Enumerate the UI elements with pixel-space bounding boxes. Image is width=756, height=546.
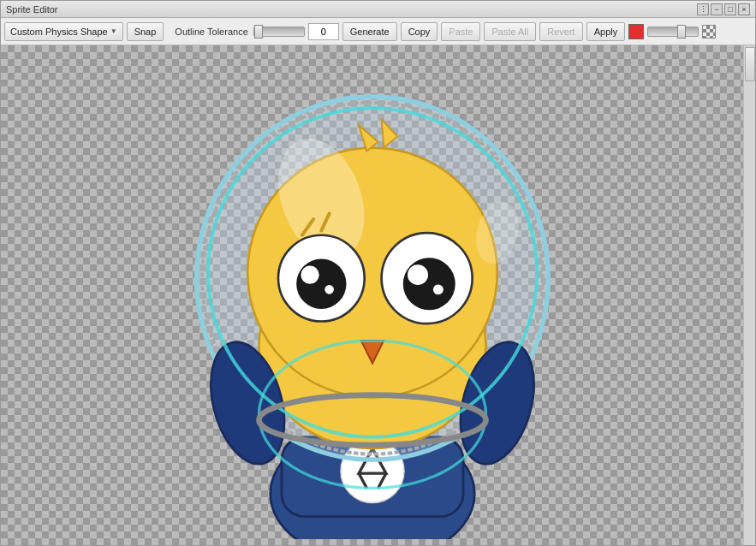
generate-label: Generate <box>350 27 390 37</box>
tolerance-slider[interactable] <box>253 27 305 37</box>
settings-icon-btn[interactable]: ⋮ <box>697 3 709 15</box>
mode-dropdown[interactable]: Custom Physics Shape ▼ <box>4 22 123 41</box>
alpha-slider-container <box>647 27 699 37</box>
svg-point-21 <box>432 284 443 294</box>
paste-button[interactable]: Paste <box>441 22 480 41</box>
minimize-btn[interactable]: − <box>711 3 723 15</box>
toolbar: Custom Physics Shape ▼ Snap Outline Tole… <box>1 18 755 45</box>
minimize-icon: − <box>714 5 718 14</box>
three-dots-icon: ⋮ <box>699 5 707 14</box>
scrollbar-thumb[interactable] <box>745 47 755 81</box>
tolerance-slider-container <box>253 27 305 37</box>
apply-label: Apply <box>594 27 618 37</box>
main-content <box>1 45 755 545</box>
close-btn[interactable]: × <box>738 3 750 15</box>
mode-label: Custom Physics Shape <box>10 27 108 37</box>
svg-point-19 <box>402 258 455 310</box>
copy-label: Copy <box>408 27 431 37</box>
revert-button[interactable]: Revert <box>539 22 582 41</box>
title-bar-left: Sprite Editor <box>6 4 58 15</box>
tolerance-value-input[interactable] <box>308 23 339 40</box>
restore-icon: □ <box>728 5 732 14</box>
alpha-slider[interactable] <box>647 27 699 37</box>
paste-label: Paste <box>449 27 473 37</box>
outline-tolerance-label: Outline Tolerance <box>173 27 249 37</box>
snap-button[interactable]: Snap <box>127 22 164 41</box>
title-bar: Sprite Editor ⋮ − □ × <box>1 1 755 18</box>
svg-point-17 <box>324 285 334 294</box>
svg-point-20 <box>408 264 428 285</box>
snap-label: Snap <box>134 27 157 37</box>
apply-button[interactable]: Apply <box>586 22 626 41</box>
chick-astronaut-sprite <box>13 51 732 539</box>
sprite-editor-window: Sprite Editor ⋮ − □ × Custom Physics Sha… <box>0 0 756 546</box>
title-bar-right: ⋮ − □ × <box>697 3 750 15</box>
sprite-container <box>13 51 732 539</box>
color-swatch[interactable] <box>628 24 644 39</box>
canvas-area[interactable] <box>1 45 743 545</box>
close-icon: × <box>741 5 746 14</box>
paste-all-button[interactable]: Paste All <box>484 22 536 41</box>
window-title: Sprite Editor <box>6 4 58 15</box>
restore-btn[interactable]: □ <box>724 3 736 15</box>
generate-button[interactable]: Generate <box>342 22 397 41</box>
scrollbar-right <box>743 45 755 545</box>
copy-button[interactable]: Copy <box>401 22 438 41</box>
revert-label: Revert <box>547 27 574 37</box>
dropdown-arrow-icon: ▼ <box>110 27 117 35</box>
alpha-icon <box>702 25 716 39</box>
svg-point-15 <box>296 259 346 309</box>
paste-all-label: Paste All <box>491 27 528 37</box>
svg-point-16 <box>301 266 318 284</box>
